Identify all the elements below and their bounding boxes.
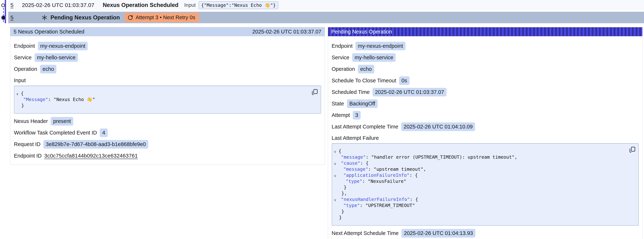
event-history-rows: 5 2025-02-26 UTC 01:03:37.07 Nexus Opera…	[8, 0, 644, 23]
field-value-chip: 3	[353, 111, 360, 120]
field-label: Last Attempt Complete Time	[332, 124, 398, 130]
field-label: State	[332, 101, 344, 107]
timeline-active-bar	[5, 0, 6, 23]
field-label: Endpoint	[14, 43, 35, 49]
json-line: },	[335, 190, 347, 196]
detail-panels: 5 Nexus Operation Scheduled 2025-02-26 U…	[10, 27, 642, 239]
field-row: Servicemy-hello-service	[14, 54, 321, 62]
field-label: Scheduled Time	[332, 89, 370, 95]
field-label: Attempt	[332, 112, 350, 118]
field-row: Workflow Task Completed Event ID4	[14, 129, 321, 137]
scheduled-fields-bottom: Nexus HeaderpresentWorkflow Task Complet…	[14, 117, 321, 160]
event-marker-open-circle-icon	[1, 4, 5, 7]
json-line: "type": "NexusFailure"	[335, 178, 406, 184]
event-input-label: Input	[184, 2, 196, 8]
field-value-chip: 2025-02-26 UTC 01:04:10.09	[401, 122, 475, 131]
event-row-nexus-operation-scheduled[interactable]: 5 2025-02-26 UTC 01:03:37.07 Nexus Opera…	[8, 0, 644, 10]
event-title: Nexus Operation Scheduled	[103, 2, 178, 8]
retry-badge-text: Attempt 3 • Next Retry 0s	[136, 14, 195, 20]
last-attempt-failure-label: Last Attempt Failure	[332, 135, 639, 141]
input-section-label: Input	[14, 78, 321, 84]
field-row: Request ID3e829b7e-7d67-4b08-aad3-b1e868…	[14, 140, 321, 148]
field-row: Attempt3	[332, 111, 639, 119]
field-label: Workflow Task Completed Event ID	[14, 130, 97, 136]
row-separator	[8, 10, 644, 12]
field-label: Request ID	[14, 141, 40, 147]
scheduled-fields-top: Endpointmy-nexus-endpointServicemy-hello…	[14, 42, 321, 73]
field-value-chip: my-nexus-endpoint	[356, 42, 406, 50]
field-value-chip: present	[51, 117, 73, 126]
event-id-link[interactable]: 5	[10, 2, 14, 8]
json-line: "type": "UPSTREAM_TIMEOUT"	[335, 202, 415, 208]
field-label: Next Attempt Schedule Time	[332, 230, 399, 236]
field-row: Last Attempt Complete Time2025-02-26 UTC…	[332, 122, 639, 131]
field-value-chip: echo	[40, 65, 56, 74]
field-label: Service	[14, 54, 32, 60]
json-line: "Message": "Nexus Echo 👋"	[17, 96, 95, 102]
field-value-chip: echo	[358, 65, 374, 74]
field-value-chip: 2025-02-26 UTC 01:03:37.07	[372, 88, 446, 96]
failure-json-viewer: ∨{"message": "handler error (UPSTREAM_TI…	[332, 143, 639, 226]
field-value-chip: my-hello-service	[352, 53, 396, 62]
collapse-caret-icon[interactable]: ∨	[334, 173, 336, 179]
event-input-preview-chip[interactable]: {"Message":"Nexus Echo 👋"}	[198, 1, 278, 9]
field-row: Endpoint ID3c0c75ccfa8144b092c13ce632463…	[14, 152, 321, 160]
field-row: StateBackingOff	[332, 100, 639, 108]
scheduled-panel-title: 5 Nexus Operation Scheduled	[14, 29, 84, 35]
collapse-caret-icon[interactable]: ∨	[334, 161, 336, 167]
field-label: Endpoint	[332, 43, 353, 49]
field-value-chip: BackingOff	[347, 99, 378, 108]
field-row: Operationecho	[14, 65, 321, 73]
input-json-lines: ∨{"Message": "Nexus Echo 👋"}	[17, 90, 308, 108]
pending-nexus-operation-row[interactable]: 5 Pending Nexus Operation Attempt 3 • Ne…	[8, 12, 644, 23]
json-line: "cause": {	[335, 160, 369, 166]
field-row: Operationecho	[332, 65, 639, 73]
json-line: "nexusHandlerFailureInfo": {	[335, 196, 418, 202]
nexus-operation-scheduled-panel: 5 Nexus Operation Scheduled 2025-02-26 U…	[10, 27, 325, 165]
pending-spinner-icon	[41, 14, 48, 21]
json-line: }	[17, 102, 24, 108]
event-marker-filled-circle-icon	[2, 16, 5, 20]
pending-event-id-link[interactable]: 5	[10, 14, 14, 21]
field-label: Nexus Header	[14, 118, 48, 124]
field-label: Service	[332, 54, 350, 60]
collapse-caret-icon[interactable]: ∨	[334, 148, 336, 155]
collapse-caret-icon[interactable]: ∨	[334, 197, 336, 203]
pending-fields: Endpointmy-nexus-endpointServicemy-hello…	[332, 42, 639, 131]
event-timeline-gutter	[0, 0, 8, 23]
field-value-chip: 0s	[399, 76, 410, 85]
json-line: }	[335, 208, 344, 214]
field-label: Operation	[14, 66, 37, 72]
field-label: Schedule To Close Timeout	[332, 78, 396, 84]
field-row: Nexus Headerpresent	[14, 117, 321, 125]
json-line: }	[335, 184, 347, 190]
field-row: Scheduled Time2025-02-26 UTC 01:03:37.07	[332, 88, 639, 96]
endpoint-id-link[interactable]: 3c0c75ccfa8144b092c13ce632463761	[44, 153, 138, 159]
retry-icon	[128, 15, 133, 20]
field-row: Next Attempt Schedule Time2025-02-26 UTC…	[332, 229, 639, 237]
field-row: Endpointmy-nexus-endpoint	[14, 42, 321, 50]
scheduled-panel-timestamp: 2025-02-26 UTC 01:03:37.07	[252, 29, 321, 35]
pending-panel-title: Pending Nexus Operation	[331, 29, 392, 35]
json-line: "applicationFailureInfo": {	[335, 172, 418, 178]
field-value-chip: 3e829b7e-7d67-4b08-aad3-b1e868bfe9e0	[44, 140, 148, 148]
event-timestamp: 2025-02-26 UTC 01:03:37.07	[22, 2, 94, 8]
copy-failure-button[interactable]	[629, 146, 636, 153]
pending-panel-header: Pending Nexus Operation	[328, 27, 642, 36]
field-value-chip: 2025-02-26 UTC 01:04:13.93	[402, 229, 475, 238]
field-value-chip: my-nexus-endpoint	[38, 42, 88, 50]
pending-nexus-operation-panel: Pending Nexus Operation Endpointmy-nexus…	[328, 27, 643, 239]
field-row: Endpointmy-nexus-endpoint	[332, 42, 639, 50]
field-label: Operation	[332, 66, 355, 72]
pending-row-title: Pending Nexus Operation	[50, 14, 120, 21]
retry-attempt-badge: Attempt 3 • Next Retry 0s	[125, 13, 199, 22]
collapse-caret-icon[interactable]: ∨	[16, 91, 19, 97]
next-attempt-field: Next Attempt Schedule Time2025-02-26 UTC…	[332, 229, 639, 237]
copy-input-button[interactable]	[311, 88, 318, 96]
json-line: "message": "handler error (UPSTREAM_TIME…	[335, 154, 517, 160]
field-row: Schedule To Close Timeout0s	[332, 76, 639, 84]
json-line: "message": "upstream timeout",	[335, 166, 426, 172]
timeline-dashed-line	[3, 8, 4, 23]
input-json-viewer: ∨{"Message": "Nexus Echo 👋"}	[14, 86, 321, 114]
json-line: }	[335, 214, 342, 220]
